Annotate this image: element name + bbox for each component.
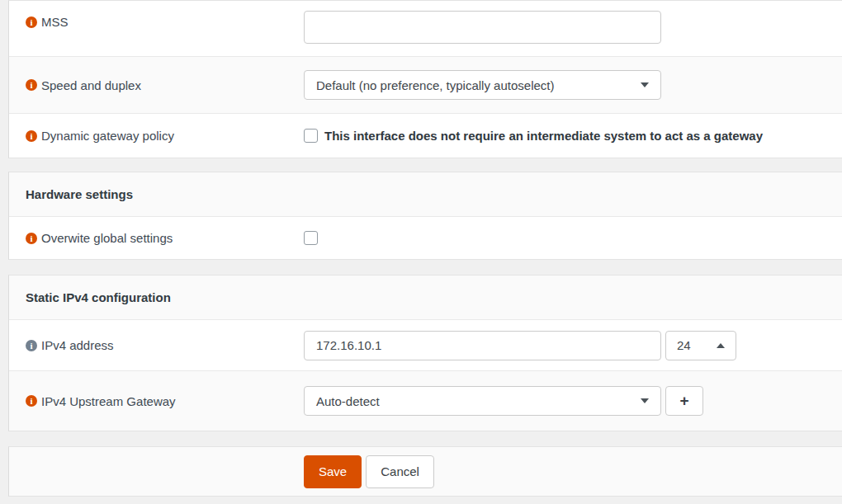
ipv4-upstream-gateway-field-cell: Auto-detect + (304, 386, 842, 416)
overwrite-global-field-cell (304, 231, 842, 245)
mss-input[interactable] (304, 11, 661, 44)
ipv4-upstream-gateway-select[interactable]: Auto-detect (304, 386, 661, 416)
speed-duplex-field-cell: Default (no preference, typically autose… (304, 70, 842, 100)
row-ipv4-address: i IPv4 address 24 (9, 319, 842, 370)
row-speed-duplex: i Speed and duplex Default (no preferenc… (9, 56, 842, 113)
section-general: i MSS i Speed and duplex Default (no pre… (8, 0, 842, 158)
section-actions: Save Cancel (8, 446, 842, 497)
info-icon[interactable]: i (26, 233, 37, 244)
speed-duplex-label: Speed and duplex (41, 78, 141, 92)
dynamic-gateway-label-cell: i Dynamic gateway policy (9, 129, 304, 143)
hardware-settings-header: Hardware settings (9, 187, 133, 201)
caret-up-icon (717, 343, 725, 348)
info-icon[interactable]: i (26, 340, 37, 351)
row-mss: i MSS (9, 1, 842, 56)
overwrite-global-label: Overwite global settings (41, 231, 173, 245)
interface-settings-form: i MSS i Speed and duplex Default (no pre… (0, 0, 842, 504)
dynamic-gateway-option-label: This interface does not require an inter… (324, 129, 763, 143)
info-icon[interactable]: i (26, 79, 37, 91)
section-hardware-settings: Hardware settings i Overwite global sett… (8, 172, 842, 260)
section-divider (0, 158, 842, 172)
save-button[interactable]: Save (304, 455, 362, 488)
dynamic-gateway-checkbox[interactable] (304, 129, 318, 143)
dynamic-gateway-label: Dynamic gateway policy (41, 129, 174, 143)
info-icon[interactable]: i (26, 16, 37, 28)
info-icon[interactable]: i (26, 130, 37, 142)
ipv4-address-label: IPv4 address (41, 338, 114, 352)
mss-label-cell: i MSS (9, 1, 304, 29)
ipv4-address-input[interactable] (304, 331, 661, 360)
caret-down-icon (641, 82, 649, 87)
ipv4-address-label-cell: i IPv4 address (9, 338, 304, 352)
static-ipv4-header: Static IPv4 configuration (9, 290, 171, 304)
ipv4-upstream-gateway-selected-value: Auto-detect (316, 394, 380, 408)
row-ipv4-upstream-gateway: i IPv4 Upstream Gateway Auto-detect + (9, 370, 842, 431)
dynamic-gateway-field-cell: This interface does not require an inter… (304, 129, 842, 143)
ipv4-upstream-gateway-label-cell: i IPv4 Upstream Gateway (9, 394, 304, 408)
section-divider (0, 260, 842, 275)
ipv4-upstream-gateway-label: IPv4 Upstream Gateway (41, 394, 176, 408)
add-gateway-button[interactable]: + (665, 386, 703, 416)
row-overwrite-global: i Overwite global settings (9, 216, 842, 259)
ipv4-prefix-select[interactable]: 24 (665, 331, 736, 360)
cancel-button[interactable]: Cancel (366, 455, 434, 488)
mss-field-cell (304, 1, 842, 44)
overwrite-global-checkbox[interactable] (304, 231, 318, 245)
caret-down-icon (641, 398, 649, 403)
row-hardware-header: Hardware settings (9, 172, 842, 216)
speed-duplex-selected-value: Default (no preference, typically autose… (316, 78, 554, 92)
overwrite-global-label-cell: i Overwite global settings (9, 231, 304, 245)
speed-duplex-select[interactable]: Default (no preference, typically autose… (304, 70, 661, 100)
row-actions: Save Cancel (9, 447, 842, 496)
mss-label: MSS (41, 15, 69, 29)
section-static-ipv4: Static IPv4 configuration i IPv4 address… (8, 275, 842, 431)
actions-field-cell: Save Cancel (304, 455, 842, 488)
section-divider (0, 431, 842, 446)
row-static-ipv4-header: Static IPv4 configuration (9, 276, 842, 319)
info-icon[interactable]: i (26, 395, 37, 407)
ipv4-address-field-cell: 24 (304, 331, 842, 360)
row-dynamic-gateway: i Dynamic gateway policy This interface … (9, 113, 842, 158)
speed-duplex-label-cell: i Speed and duplex (9, 78, 304, 92)
ipv4-prefix-value: 24 (677, 338, 691, 352)
